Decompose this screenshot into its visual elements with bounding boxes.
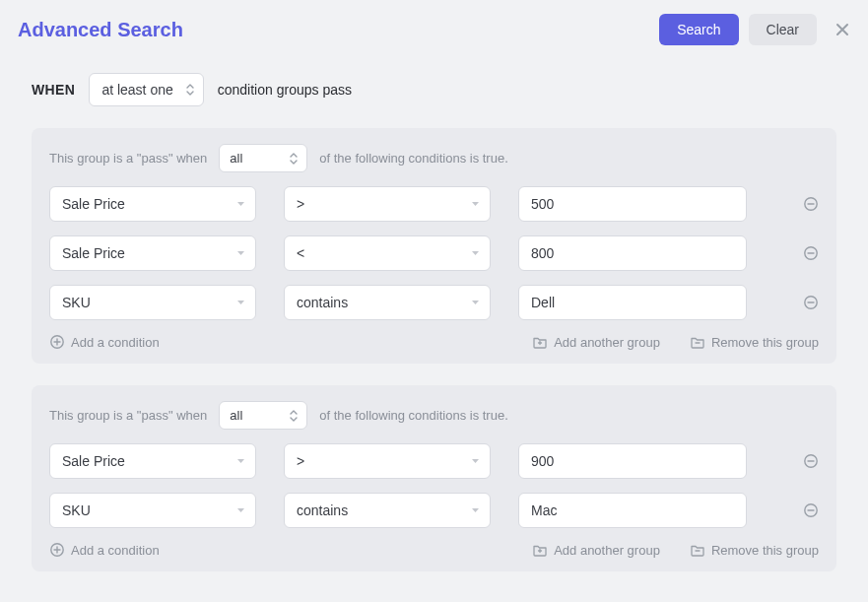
operator-select[interactable]: contains (284, 285, 491, 320)
triangle-down-icon (236, 250, 245, 256)
minus-circle-icon (803, 295, 819, 310)
group-mode-value: all (230, 151, 242, 166)
condition-row: SKU contains (49, 493, 819, 528)
operator-select[interactable]: contains (284, 493, 491, 528)
page-title: Advanced Search (18, 19, 649, 41)
search-button[interactable]: Search (659, 14, 738, 45)
condition-group: This group is a "pass" when all of the f… (32, 385, 836, 571)
remove-group-label: Remove this group (711, 543, 819, 558)
body: WHEN at least one condition groups pass … (0, 55, 868, 571)
triangle-down-icon (471, 250, 480, 256)
value-input[interactable] (518, 443, 747, 479)
group-header: This group is a "pass" when all of the f… (49, 401, 819, 430)
add-condition-label: Add a condition (71, 335, 160, 350)
group-prefix: This group is a "pass" when (49, 151, 207, 166)
field-value: Sale Price (62, 245, 125, 261)
chevrons-up-down-icon (289, 409, 299, 423)
operator-value: contains (297, 295, 348, 310)
field-select[interactable]: Sale Price (49, 235, 256, 271)
plus-circle-icon (49, 542, 65, 558)
add-condition-button[interactable]: Add a condition (49, 334, 160, 350)
plus-circle-icon (49, 334, 65, 350)
triangle-down-icon (236, 201, 245, 207)
triangle-down-icon (236, 458, 245, 464)
add-group-button[interactable]: Add another group (532, 334, 660, 350)
minus-circle-icon (803, 453, 819, 469)
condition-row: Sale Price > (49, 443, 819, 479)
triangle-down-icon (236, 507, 245, 513)
group-suffix: of the following conditions is true. (319, 151, 508, 166)
field-select[interactable]: Sale Price (49, 186, 256, 222)
field-select[interactable]: SKU (49, 285, 256, 320)
folder-minus-icon (690, 542, 705, 558)
operator-value: > (297, 196, 304, 212)
add-condition-button[interactable]: Add a condition (49, 542, 160, 558)
triangle-down-icon (471, 300, 480, 305)
remove-group-button[interactable]: Remove this group (690, 334, 819, 350)
folder-minus-icon (690, 334, 705, 350)
operator-value: < (297, 245, 304, 261)
remove-condition-button[interactable] (803, 502, 819, 518)
field-select[interactable]: Sale Price (49, 443, 256, 479)
operator-select[interactable]: < (284, 235, 491, 271)
minus-circle-icon (803, 196, 819, 212)
when-suffix: condition groups pass (218, 82, 352, 98)
remove-condition-button[interactable] (803, 453, 819, 469)
conditions-list: Sale Price > Sale Price < (49, 186, 819, 320)
close-icon (835, 22, 850, 37)
field-select[interactable]: SKU (49, 493, 256, 528)
operator-value: contains (297, 502, 348, 518)
field-value: SKU (62, 295, 91, 310)
group-header: This group is a "pass" when all of the f… (49, 144, 819, 172)
group-suffix: of the following conditions is true. (319, 408, 508, 423)
triangle-down-icon (471, 458, 480, 464)
when-mode-select[interactable]: at least one (89, 73, 203, 106)
minus-circle-icon (803, 245, 819, 261)
clear-button[interactable]: Clear (749, 14, 817, 45)
folder-plus-icon (532, 334, 548, 350)
remove-group-button[interactable]: Remove this group (690, 542, 819, 558)
group-mode-select[interactable]: all (219, 401, 307, 430)
value-input[interactable] (518, 186, 747, 222)
folder-plus-icon (532, 542, 548, 558)
add-group-button[interactable]: Add another group (532, 542, 660, 558)
remove-condition-button[interactable] (803, 295, 819, 310)
remove-condition-button[interactable] (803, 245, 819, 261)
when-mode-value: at least one (101, 82, 172, 98)
operator-select[interactable]: > (284, 186, 491, 222)
field-value: SKU (62, 502, 91, 518)
group-mode-value: all (230, 408, 242, 423)
operator-select[interactable]: > (284, 443, 491, 479)
value-input[interactable] (518, 285, 747, 320)
remove-group-label: Remove this group (711, 335, 819, 350)
close-button[interactable] (835, 22, 850, 37)
condition-row: Sale Price < (49, 235, 819, 271)
group-mode-select[interactable]: all (219, 144, 307, 172)
value-input[interactable] (518, 493, 747, 528)
field-value: Sale Price (62, 196, 125, 212)
group-footer: Add a condition Add another group Remove… (49, 542, 819, 558)
add-group-label: Add another group (554, 543, 660, 558)
conditions-list: Sale Price > SKU contains (49, 443, 819, 528)
chevrons-up-down-icon (289, 152, 299, 166)
triangle-down-icon (471, 201, 480, 207)
condition-group: This group is a "pass" when all of the f… (32, 128, 836, 364)
triangle-down-icon (471, 507, 480, 513)
condition-row: SKU contains (49, 285, 819, 320)
add-condition-label: Add a condition (71, 543, 160, 558)
operator-value: > (297, 453, 304, 469)
minus-circle-icon (803, 502, 819, 518)
when-label: WHEN (32, 82, 75, 98)
group-footer: Add a condition Add another group Remove… (49, 334, 819, 350)
triangle-down-icon (236, 300, 245, 305)
group-prefix: This group is a "pass" when (49, 408, 207, 423)
header: Advanced Search Search Clear (0, 0, 868, 55)
remove-condition-button[interactable] (803, 196, 819, 212)
chevrons-up-down-icon (185, 83, 195, 97)
value-input[interactable] (518, 235, 747, 271)
add-group-label: Add another group (554, 335, 660, 350)
when-row: WHEN at least one condition groups pass (32, 73, 836, 106)
field-value: Sale Price (62, 453, 125, 469)
condition-row: Sale Price > (49, 186, 819, 222)
